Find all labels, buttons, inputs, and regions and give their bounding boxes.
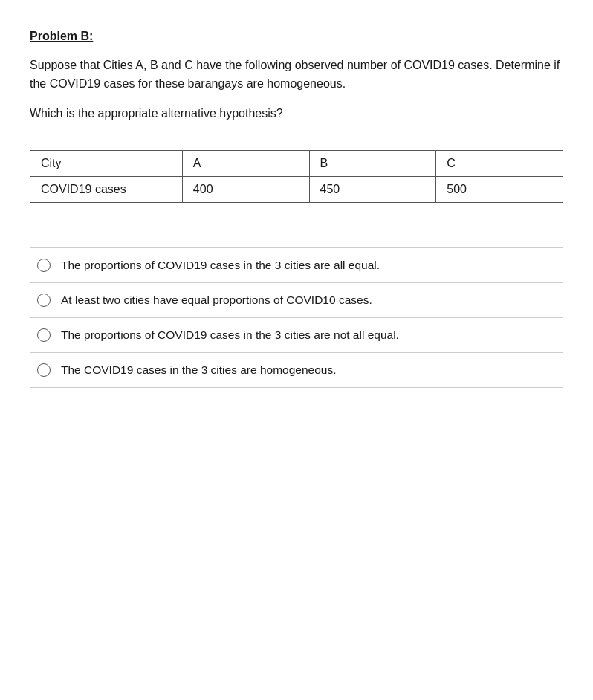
option-item-2[interactable]: At least two cities have equal proportio… [30,283,563,318]
radio-3[interactable] [37,328,51,342]
radio-1[interactable] [37,259,51,272]
hypothesis-question: Which is the appropriate alternative hyp… [30,107,563,120]
options-container: The proportions of COVID19 cases in the … [30,247,563,388]
option-text-3: The proportions of COVID19 cases in the … [61,328,399,342]
table-header-a: A [182,150,309,176]
problem-title: Problem B: [30,30,563,43]
option-item-1[interactable]: The proportions of COVID19 cases in the … [30,248,563,283]
data-table: City A B C COVID19 cases 400 450 500 [30,150,563,203]
table-row-label: COVID19 cases [30,176,183,202]
table-header-city: City [30,150,183,176]
table-cell-a: 400 [182,176,309,202]
option-item-3[interactable]: The proportions of COVID19 cases in the … [30,318,563,353]
radio-4[interactable] [37,363,51,377]
option-text-1: The proportions of COVID19 cases in the … [61,259,380,272]
table-header-c: C [436,150,563,176]
option-text-2: At least two cities have equal proportio… [61,294,372,307]
option-item-4[interactable]: The COVID19 cases in the 3 cities are ho… [30,353,563,388]
table-cell-c: 500 [436,176,563,202]
table-header-b: B [309,150,436,176]
problem-description: Suppose that Cities A, B and C have the … [30,56,563,94]
option-text-4: The COVID19 cases in the 3 cities are ho… [61,363,336,377]
radio-2[interactable] [37,294,51,307]
table-cell-b: 450 [309,176,436,202]
